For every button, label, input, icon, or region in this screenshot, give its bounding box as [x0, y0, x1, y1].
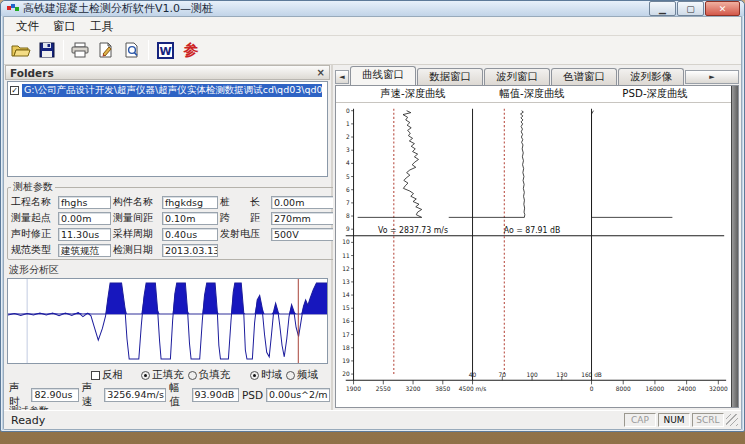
word-export-button[interactable]: W — [152, 38, 178, 62]
panel-close-icon[interactable]: × — [317, 67, 325, 78]
svg-text:1: 1 — [346, 120, 350, 127]
print-preview-button[interactable] — [119, 38, 145, 62]
chart-title-1: 幅值-深度曲线 — [499, 87, 565, 99]
open-file-button[interactable] — [8, 38, 34, 62]
readout-label: PSD — [242, 389, 263, 401]
param-label: 发射电压 — [220, 227, 269, 241]
file-list[interactable]: ✓ G:\公司产品设计开发\超声仪器\超声仪实体检测数据调试cd\qd03\qd… — [7, 81, 328, 177]
pile-params-legend: 测桩参数 — [11, 180, 55, 194]
fill-radio[interactable] — [141, 371, 150, 380]
param-value-field[interactable]: 建筑规范 — [58, 244, 111, 257]
vertical-scrollbar[interactable] — [731, 86, 738, 407]
close-button[interactable]: ✕ — [705, 1, 740, 16]
chart-area[interactable]: 声速-深度曲线幅值-深度曲线PSD-深度曲线012345678910111213… — [335, 85, 739, 408]
domain-radio[interactable] — [286, 371, 295, 380]
svg-text:3200: 3200 — [406, 384, 421, 391]
svg-text:20: 20 — [342, 370, 350, 377]
client-area: 文件 窗口 工具 — [3, 16, 742, 430]
svg-text:24000: 24000 — [677, 384, 696, 391]
pile-params-group: 测桩参数 工程名称fhghs构件名称fhgkdsg桩 长0.00m测量起点0.0… — [7, 180, 339, 260]
svg-text:8000: 8000 — [616, 384, 631, 391]
param-value-field[interactable]: 500V — [271, 228, 335, 241]
param-value-field[interactable]: 0.10m — [162, 212, 218, 225]
svg-text:130: 130 — [556, 371, 567, 378]
param-value-field[interactable]: 0.40us — [162, 228, 218, 241]
status-message: Ready — [7, 414, 45, 427]
menu-tools[interactable]: 工具 — [84, 18, 119, 35]
tab-scroll-left-icon[interactable]: ◄ — [335, 70, 349, 84]
status-cells: CAPNUMSCRL — [624, 413, 724, 427]
printer-icon — [70, 42, 90, 58]
domain-option-频域[interactable]: 频域 — [286, 368, 318, 382]
svg-text:160 dB: 160 dB — [581, 371, 602, 378]
file-path-label[interactable]: G:\公司产品设计开发\超声仪器\超声仪实体检测数据调试cd\qd03\qd03… — [22, 84, 322, 97]
waveform-box[interactable] — [7, 278, 328, 364]
svg-text:16: 16 — [342, 317, 350, 324]
svg-text:100: 100 — [526, 371, 537, 378]
depth-curves-chart[interactable]: 声速-深度曲线幅值-深度曲线PSD-深度曲线012345678910111213… — [336, 86, 731, 407]
param-label: 测量间距 — [113, 211, 160, 225]
folders-panel-header[interactable]: Folders × — [5, 65, 330, 80]
right-panel: ◄ 曲线窗口数据窗口波列窗口色谱窗口波列影像► 声速-深度曲线幅值-深度曲线PS… — [333, 65, 741, 410]
domain-radio[interactable] — [250, 371, 259, 380]
param-value-field[interactable]: 0.00m — [58, 212, 111, 225]
param-value-field[interactable]: 270mm — [271, 212, 335, 225]
title-bar[interactable]: 高铁建混凝土检测分析软件V1.0—测桩 ▁ ▢ ✕ — [1, 1, 744, 16]
invert-checkbox[interactable] — [91, 371, 100, 380]
tab-波列窗口[interactable]: 波列窗口 — [484, 68, 550, 85]
chart-annotation-0: Vo = 2837.73 m/s — [378, 226, 448, 235]
maximize-button[interactable]: ▢ — [677, 1, 704, 16]
svg-text:17: 17 — [342, 330, 350, 337]
waveform-area-label: 波形分析区 — [9, 263, 330, 277]
parameters-icon: 参 — [184, 41, 199, 60]
domain-option-时域[interactable]: 时域 — [250, 368, 282, 382]
tab-数据窗口[interactable]: 数据窗口 — [417, 68, 483, 85]
param-value-field[interactable]: 0.00m — [271, 196, 335, 209]
save-button[interactable] — [34, 38, 60, 62]
param-value-field[interactable]: fhgkdsg — [162, 196, 218, 209]
fill-option-负填充[interactable]: 负填充 — [188, 368, 231, 382]
print-button[interactable] — [67, 38, 93, 62]
waveform-controls: 反相正填充负填充时域频域 — [91, 367, 330, 383]
param-value-field[interactable]: 2013.03.13 — [162, 244, 218, 257]
tab-scroll-right-icon[interactable]: ► — [685, 70, 739, 84]
param-label: 工程名称 — [11, 195, 56, 209]
svg-text:12: 12 — [342, 265, 350, 272]
menu-file[interactable]: 文件 — [10, 18, 45, 35]
tab-色谱窗口[interactable]: 色谱窗口 — [551, 68, 617, 85]
param-label: 桩 长 — [220, 195, 269, 209]
waveform-plot[interactable] — [8, 279, 327, 363]
menu-bar: 文件 窗口 工具 — [4, 17, 741, 36]
param-value-field[interactable]: fhghs — [58, 196, 111, 209]
export-report-button[interactable] — [93, 38, 119, 62]
status-cell-num: NUM — [658, 413, 690, 427]
svg-text:15: 15 — [342, 304, 350, 311]
menu-window[interactable]: 窗口 — [47, 18, 82, 35]
readout-value-field[interactable]: 82.90us — [31, 388, 78, 402]
file-list-item[interactable]: ✓ G:\公司产品设计开发\超声仪器\超声仪实体检测数据调试cd\qd03\qd… — [10, 84, 325, 97]
readout-value-field[interactable]: 3256.94m/s — [104, 388, 166, 402]
status-cell-cap: CAP — [624, 413, 656, 427]
svg-text:70: 70 — [499, 371, 507, 378]
param-label: 检测日期 — [113, 243, 160, 257]
svg-text:3850: 3850 — [435, 384, 450, 391]
param-value-field[interactable]: 11.30us — [58, 228, 111, 241]
minimize-button[interactable]: ▁ — [649, 1, 676, 16]
window-title: 高铁建混凝土检测分析软件V1.0—测桩 — [23, 1, 213, 16]
toolbar: W 参 — [4, 36, 741, 65]
tab-曲线窗口[interactable]: 曲线窗口 — [350, 66, 416, 85]
svg-text:0: 0 — [590, 384, 594, 391]
file-checkbox[interactable]: ✓ — [10, 86, 19, 95]
readout-value-field[interactable]: 0.00us^2/m — [266, 388, 330, 402]
fill-radio[interactable] — [188, 371, 197, 380]
svg-text:7: 7 — [346, 199, 350, 206]
resize-grip-icon[interactable] — [726, 414, 738, 426]
save-icon — [39, 42, 55, 58]
svg-text:W: W — [159, 44, 171, 57]
svg-text:6: 6 — [346, 186, 350, 193]
domain-label: 频域 — [297, 368, 318, 382]
readout-value-field[interactable]: 93.90dB — [192, 388, 239, 402]
chart-title-0: 声速-深度曲线 — [381, 87, 447, 99]
parameters-button[interactable]: 参 — [178, 38, 204, 62]
tab-波列影像[interactable]: 波列影像 — [618, 68, 684, 85]
